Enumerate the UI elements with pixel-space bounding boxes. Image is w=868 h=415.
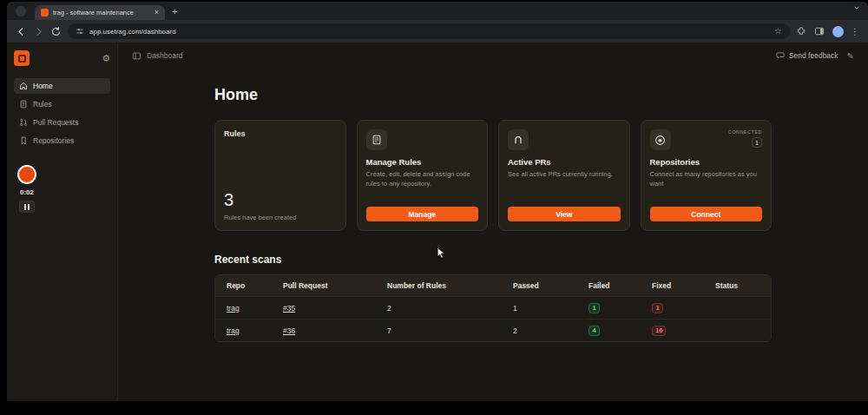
column-header-passed: Passed (502, 281, 577, 290)
profile-avatar[interactable] (832, 26, 844, 37)
bookmark-star-icon[interactable]: ☆ (774, 27, 782, 36)
connected-count-badge: 1 (752, 137, 762, 148)
pause-icon[interactable] (19, 201, 35, 213)
extensions-icon[interactable] (796, 26, 807, 37)
sidebar-item-home[interactable]: Home (14, 78, 110, 94)
rules-icon (19, 100, 28, 109)
pull-request-link[interactable]: #35 (283, 304, 295, 313)
content-topbar: Dashboard Send feedback ✎ (118, 43, 868, 69)
tab-title: trag - software maintenance (53, 9, 150, 16)
repositories-description: Connect as many repositories as you want (650, 170, 763, 207)
table-header: Repo Pull Request Number of Rules Passed… (215, 275, 771, 296)
forward-icon[interactable] (33, 26, 44, 37)
fixed-badge: 16 (652, 326, 666, 336)
pull-request-link[interactable]: #36 (283, 326, 295, 335)
browser-tab[interactable]: trag - software maintenance × (35, 5, 165, 20)
tab-close-icon[interactable]: × (155, 9, 159, 16)
manage-rules-card: Manage Rules Create, edit, delete and as… (357, 120, 489, 231)
repository-icon (19, 136, 28, 145)
settings-gear-icon[interactable]: ⚙ (102, 54, 110, 63)
recording-timer: 0:02 (20, 188, 34, 196)
sidebar-item-pull-requests[interactable]: Pull Requests (14, 115, 110, 130)
rules-card-caption: Rules have been created (224, 214, 337, 221)
column-header-repo: Repo (215, 281, 272, 290)
repositories-title: Repositories (650, 157, 763, 167)
repositories-card: CONNECTED 1 Repositories Connect as many… (641, 120, 773, 231)
url-text: app.usetrag.com/dashboard (89, 28, 176, 36)
tab-search-icon[interactable] (16, 6, 26, 16)
active-prs-icon (508, 129, 529, 150)
manage-rules-title: Manage Rules (366, 157, 479, 167)
side-panel-icon[interactable] (814, 26, 825, 37)
page-title: Home (214, 86, 772, 104)
address-bar[interactable]: app.usetrag.com/dashboard ☆ (68, 23, 790, 39)
rules-card-label: Rules (224, 129, 337, 138)
sidebar-item-rules[interactable]: Rules (14, 96, 110, 112)
rules-count-card: Rules 3 Rules have been created (214, 120, 346, 231)
rules-count-cell: 7 (376, 326, 502, 335)
sidebar: ⚙ Home Rules Pull Requests Repositories (7, 43, 118, 401)
sidebar-item-repositories[interactable]: Repositories (14, 133, 110, 148)
active-prs-description: See all active PRs currently running. (508, 170, 621, 207)
column-header-fixed: Fixed (641, 281, 704, 290)
manage-rules-icon (366, 129, 387, 150)
window-chevron-icon[interactable] (852, 2, 861, 16)
connected-label: CONNECTED (728, 129, 762, 135)
manage-button[interactable]: Manage (366, 207, 479, 221)
reload-icon[interactable] (50, 26, 62, 37)
sidebar-item-label: Rules (33, 100, 52, 109)
column-header-pull-request: Pull Request (272, 281, 376, 290)
new-tab-button[interactable]: + (172, 6, 177, 16)
table-row: trag #36 7 2 4 16 (215, 319, 771, 341)
sidebar-item-label: Pull Requests (33, 118, 78, 127)
tab-favicon (41, 9, 49, 16)
fixed-badge: 1 (652, 303, 663, 313)
repo-link[interactable]: trag (227, 326, 240, 335)
sidebar-item-label: Home (33, 82, 53, 90)
browser-window: trag - software maintenance × + app.uset… (7, 2, 868, 401)
pen-icon[interactable]: ✎ (847, 51, 854, 61)
passed-cell: 1 (502, 304, 577, 313)
content-area: Dashboard Send feedback ✎ Home Rules 3 (118, 43, 868, 401)
failed-badge: 4 (589, 326, 600, 336)
send-feedback-button[interactable]: Send feedback (776, 51, 838, 60)
back-icon[interactable] (16, 26, 27, 37)
send-feedback-label: Send feedback (789, 51, 838, 60)
sidebar-item-label: Repositories (33, 136, 74, 145)
tab-strip: trag - software maintenance × + (7, 2, 868, 20)
recent-scans-table: Repo Pull Request Number of Rules Passed… (214, 274, 772, 342)
browser-menu-icon[interactable]: ⋮ (851, 27, 859, 36)
repo-link[interactable]: trag (227, 304, 240, 313)
breadcrumb[interactable]: Dashboard (147, 51, 183, 60)
table-row: trag #35 2 1 1 1 (215, 296, 771, 319)
rules-count-cell: 2 (376, 304, 502, 313)
screen-recorder-widget: 0:02 (16, 165, 38, 213)
connect-button[interactable]: Connect (650, 207, 763, 221)
trag-logo (14, 50, 30, 66)
browser-toolbar: app.usetrag.com/dashboard ☆ ⋮ (7, 20, 868, 43)
active-prs-card: Active PRs See all active PRs currently … (498, 120, 630, 231)
app-body: ⚙ Home Rules Pull Requests Repositories (7, 43, 868, 401)
site-settings-icon[interactable] (76, 27, 84, 36)
home-icon (19, 82, 28, 90)
sidebar-toggle-icon[interactable] (132, 51, 141, 61)
record-stop-button[interactable] (17, 165, 36, 184)
rules-count: 3 (224, 190, 337, 210)
passed-cell: 2 (502, 326, 577, 335)
column-header-number-of-rules: Number of Rules (376, 281, 502, 290)
failed-badge: 1 (589, 303, 600, 313)
manage-rules-description: Create, edit, delete and assign code rul… (366, 170, 479, 207)
github-icon (650, 129, 671, 150)
column-header-status: Status (704, 281, 771, 290)
view-button[interactable]: View (508, 207, 621, 221)
summary-cards: Rules 3 Rules have been created Manage R… (214, 120, 772, 231)
main-panel: Home Rules 3 Rules have been created Man… (214, 72, 772, 342)
pull-request-icon (19, 118, 28, 127)
active-prs-title: Active PRs (508, 157, 621, 167)
recent-scans-title: Recent scans (214, 254, 772, 266)
feedback-bubble-icon (776, 51, 785, 60)
column-header-failed: Failed (577, 281, 641, 290)
